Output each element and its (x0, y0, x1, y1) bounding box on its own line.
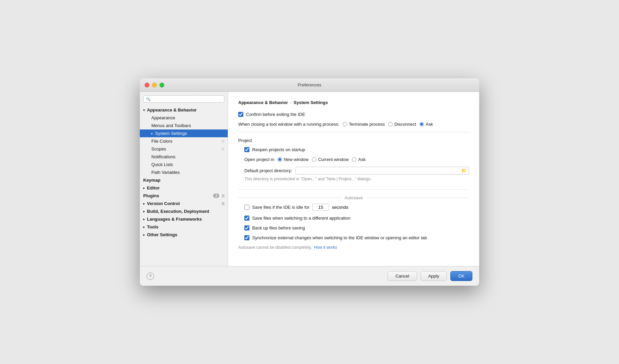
sidebar-item-appearance[interactable]: Appearance (140, 114, 228, 122)
backup-label[interactable]: Back up files before saving (252, 225, 305, 230)
sidebar-item-scopes[interactable]: Scopes ⎘ (140, 145, 228, 153)
save-idle-label[interactable]: Save files if the IDE is idle for (252, 205, 310, 210)
minimize-button[interactable] (152, 83, 157, 87)
sidebar-item-label: Version Control (147, 201, 180, 206)
disconnect-radio[interactable] (388, 122, 393, 126)
ask-window-radio[interactable] (352, 157, 356, 162)
sidebar-item-menus-toolbars[interactable]: Menus and Toolbars (140, 122, 228, 129)
breadcrumb-part1: Appearance & Behavior (238, 100, 288, 105)
open-project-row: Open project in New window Current windo… (244, 157, 469, 162)
tool-window-label: When closing a tool window with a runnin… (238, 122, 339, 127)
current-window-radio[interactable] (312, 157, 316, 162)
backup-checkbox[interactable] (244, 225, 249, 230)
traffic-lights (145, 83, 164, 87)
how-it-works-link[interactable]: How it works (314, 245, 337, 250)
sidebar: 🔍 ▾ Appearance & Behavior Appearance Men… (140, 92, 228, 266)
project-title: Project (238, 138, 469, 143)
sidebar-item-build-execution[interactable]: ▸ Build, Execution, Deployment (140, 207, 228, 215)
default-dir-row: Default project directory: 📁 (244, 167, 469, 175)
help-icon: ? (149, 274, 152, 279)
disconnect-option: Disconnect (388, 122, 416, 127)
ask-radio[interactable] (419, 122, 424, 126)
autosave-note: Autosave cannot be disabled completely. … (238, 245, 469, 250)
search-wrapper[interactable]: 🔍 (143, 95, 224, 103)
sidebar-item-other-settings[interactable]: ▸ Other Settings (140, 231, 228, 239)
sidebar-item-label: Notifications (151, 154, 175, 159)
confirm-exit-row: Confirm before exiting the IDE (238, 112, 469, 117)
disconnect-label[interactable]: Disconnect (394, 122, 416, 127)
autosave-note-text: Autosave cannot be disabled completely. (238, 245, 312, 250)
new-window-radio[interactable] (278, 157, 282, 162)
sidebar-item-system-settings[interactable]: ▸ System Settings (140, 129, 228, 137)
titlebar: Preferences (140, 78, 479, 92)
sidebar-item-label: File Colors (151, 139, 172, 144)
copy-icon: ⎘ (222, 139, 224, 143)
terminate-radio[interactable] (343, 122, 347, 126)
sync-checkbox[interactable] (244, 235, 249, 240)
sidebar-item-keymap[interactable]: Keymap (140, 176, 228, 184)
save-switch-row: Save files when switching to a different… (244, 216, 469, 221)
chevron-right-icon: ▸ (143, 233, 145, 237)
divider-1 (238, 132, 469, 133)
footer-buttons: Cancel Apply OK (388, 271, 472, 281)
reopen-projects-label[interactable]: Reopen projects on startup (252, 147, 305, 152)
search-input[interactable] (152, 97, 222, 101)
sidebar-item-label: Scopes (151, 146, 166, 151)
copy-icon: ⎘ (222, 194, 224, 198)
sync-label[interactable]: Synchronize external changes when switch… (252, 235, 427, 240)
sidebar-item-tools[interactable]: ▸ Tools (140, 223, 228, 231)
new-window-option: New window (278, 157, 308, 162)
close-button[interactable] (145, 83, 149, 87)
save-switch-label[interactable]: Save files when switching to a different… (252, 216, 351, 221)
reopen-projects-checkbox[interactable] (244, 147, 249, 152)
reopen-projects-row: Reopen projects on startup (244, 147, 469, 152)
preferences-window: Preferences 🔍 ▾ Appearance & Behavior Ap… (140, 78, 479, 286)
dir-hint: This directory is preselected in "Open..… (244, 177, 469, 181)
sidebar-item-label: System Settings (155, 131, 187, 136)
sidebar-item-editor[interactable]: ▸ Editor (140, 184, 228, 192)
sidebar-item-label: Quick Lists (151, 162, 173, 167)
confirm-exit-label[interactable]: Confirm before exiting the IDE (246, 112, 305, 117)
sidebar-item-quick-lists[interactable]: Quick Lists (140, 161, 228, 168)
save-switch-checkbox[interactable] (244, 216, 249, 221)
sidebar-item-file-colors[interactable]: File Colors ⎘ (140, 137, 228, 145)
window-title: Preferences (298, 82, 321, 87)
breadcrumb-part2: System Settings (294, 100, 328, 105)
save-idle-suffix: seconds (332, 205, 348, 210)
dir-input-wrapper[interactable]: 📁 (296, 167, 469, 175)
dir-input[interactable] (298, 168, 461, 173)
sidebar-item-label: Languages & Frameworks (147, 217, 202, 222)
help-button[interactable]: ? (147, 272, 154, 280)
sidebar-item-version-control[interactable]: ▸ Version Control ⎘ (140, 200, 228, 207)
cancel-button[interactable]: Cancel (388, 271, 417, 281)
sidebar-item-notifications[interactable]: Notifications (140, 153, 228, 161)
terminate-label[interactable]: Terminate process (349, 122, 385, 127)
copy-icon: ⎘ (222, 202, 224, 206)
search-icon: 🔍 (146, 97, 151, 101)
ok-button[interactable]: OK (450, 271, 472, 281)
search-container: 🔍 (140, 92, 228, 105)
sidebar-item-label: Tools (147, 224, 158, 229)
current-window-option: Current window (312, 157, 349, 162)
open-project-label: Open project in (244, 157, 274, 162)
sidebar-item-path-variables[interactable]: Path Variables (140, 168, 228, 176)
ask-window-label[interactable]: Ask (358, 157, 365, 162)
save-idle-input[interactable] (312, 204, 329, 211)
sync-row: Synchronize external changes when switch… (244, 235, 469, 240)
dir-label: Default project directory: (244, 168, 292, 173)
sidebar-item-appearance-behavior[interactable]: ▾ Appearance & Behavior (140, 106, 228, 114)
terminate-option: Terminate process (343, 122, 385, 127)
ask-label[interactable]: Ask (426, 122, 433, 127)
maximize-button[interactable] (160, 83, 164, 87)
confirm-exit-checkbox[interactable] (238, 112, 243, 117)
sidebar-item-languages-frameworks[interactable]: ▸ Languages & Frameworks (140, 215, 228, 223)
apply-button[interactable]: Apply (420, 271, 447, 281)
sidebar-item-plugins[interactable]: Plugins 2 ⎘ (140, 192, 228, 200)
sidebar-item-label: Menus and Toolbars (151, 123, 191, 128)
current-window-label[interactable]: Current window (318, 157, 349, 162)
chevron-right-icon: ▸ (143, 225, 145, 229)
save-idle-checkbox[interactable] (244, 205, 249, 210)
sidebar-item-label: Plugins (143, 193, 159, 198)
new-window-label[interactable]: New window (284, 157, 308, 162)
copy-icon: ⎘ (222, 147, 224, 151)
